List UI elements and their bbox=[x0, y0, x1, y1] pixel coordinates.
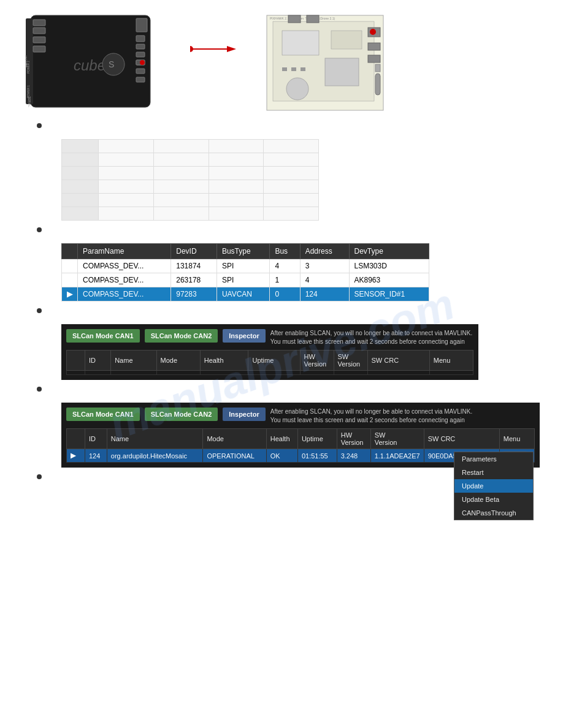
compass-table-row[interactable]: ▶ COMPASS_DEV... 97283 UAVCAN 0 124 SENS… bbox=[62, 287, 429, 301]
col-devtype: DevType bbox=[349, 244, 429, 259]
can-info-text-2: After enabling SLCAN, you will no longer… bbox=[270, 408, 535, 425]
menu-item-update-beta[interactable]: Update Beta bbox=[454, 493, 533, 506]
cell-devid: 263178 bbox=[171, 273, 217, 287]
inspector-button-2[interactable]: Inspector bbox=[223, 408, 266, 421]
table-cell bbox=[67, 371, 85, 375]
menu-item-parameters[interactable]: Parameters bbox=[454, 452, 533, 466]
col-mode: Mode bbox=[156, 351, 200, 371]
table-cell bbox=[264, 167, 319, 180]
svg-rect-16 bbox=[136, 77, 145, 82]
inspector-button[interactable]: Inspector bbox=[223, 329, 266, 343]
svg-marker-23 bbox=[227, 46, 236, 52]
col-name-2: Name bbox=[107, 429, 203, 449]
col-uptime: Uptime bbox=[248, 351, 300, 371]
table-cell bbox=[209, 140, 264, 153]
svg-rect-28 bbox=[331, 31, 362, 49]
col-blank-2 bbox=[67, 429, 85, 449]
svg-text:POWER 1: POWER 1 bbox=[27, 85, 30, 98]
cube-device-image: cube S SERIAL bbox=[25, 12, 166, 115]
cell-devtype: SENSOR_ID#1 bbox=[349, 287, 429, 301]
table-cell bbox=[153, 140, 209, 153]
slcan-mode-can1-button-2[interactable]: SLCan Mode CAN1 bbox=[66, 408, 140, 421]
svg-point-39 bbox=[370, 29, 376, 35]
col-health-2: Health bbox=[266, 429, 297, 449]
faint-table-container bbox=[61, 139, 319, 221]
cell-param: COMPASS_DEV... bbox=[78, 273, 171, 287]
table-row bbox=[62, 153, 319, 167]
col-menu: Menu bbox=[429, 351, 473, 371]
svg-rect-37 bbox=[325, 58, 359, 86]
table-cell bbox=[62, 194, 99, 207]
table-cell bbox=[209, 180, 264, 194]
svg-point-38 bbox=[286, 78, 308, 100]
svg-rect-42 bbox=[375, 64, 380, 72]
svg-rect-12 bbox=[136, 44, 145, 49]
col-name: Name bbox=[111, 351, 156, 371]
compass-table-row[interactable]: COMPASS_DEV... 131874 SPI 4 3 LSM303D bbox=[62, 259, 429, 273]
svg-rect-10 bbox=[136, 18, 147, 32]
table-cell bbox=[248, 371, 300, 375]
connection-arrow bbox=[190, 43, 239, 55]
slcan-mode-can2-button[interactable]: SLCan Mode CAN2 bbox=[145, 329, 218, 343]
col-sw-crc-2: SW CRC bbox=[424, 429, 499, 449]
svg-rect-9 bbox=[33, 46, 45, 52]
svg-rect-34 bbox=[282, 67, 287, 71]
cell-param: COMPASS_DEV... bbox=[78, 287, 171, 301]
svg-rect-7 bbox=[33, 28, 45, 34]
col-sw-crc: SW CRC bbox=[367, 351, 429, 371]
svg-text:MAIN OUT: MAIN OUT bbox=[25, 55, 28, 67]
svg-rect-27 bbox=[282, 31, 319, 55]
table-cell bbox=[62, 207, 99, 221]
can-info-text: After enabling SLCAN, you will no longer… bbox=[270, 329, 473, 346]
table-cell bbox=[209, 207, 264, 221]
bullet-dot bbox=[37, 227, 42, 232]
cell-devtype: LSM303D bbox=[349, 259, 429, 273]
table-cell bbox=[99, 140, 154, 153]
row-indicator bbox=[62, 259, 78, 273]
dropdown-menu: Parameters Restart Update Update Beta CA… bbox=[454, 452, 534, 520]
empty-table-section bbox=[25, 139, 538, 232]
table-cell bbox=[99, 167, 154, 180]
svg-text:cube: cube bbox=[74, 57, 105, 74]
col-mode-2: Mode bbox=[203, 429, 266, 449]
cell-sw-version: 1.1.1ADEA2E7 bbox=[370, 449, 424, 463]
col-menu-2: Menu bbox=[499, 429, 534, 449]
cell-id: 124 bbox=[85, 449, 107, 463]
table-cell bbox=[153, 153, 209, 167]
slcan-mode-can1-button[interactable]: SLCan Mode CAN1 bbox=[66, 329, 140, 343]
menu-item-update[interactable]: Update bbox=[454, 479, 533, 493]
col-hw-version: HWVersion bbox=[300, 351, 334, 371]
can-panel-2-header: SLCan Mode CAN1 SLCan Mode CAN2 Inspecto… bbox=[66, 408, 535, 425]
col-paramname: ParamName bbox=[78, 244, 171, 259]
col-bustype: BusType bbox=[216, 244, 270, 259]
compass-table-container: ParamName DevID BusType Bus Address DevT… bbox=[61, 243, 429, 301]
table-cell bbox=[99, 194, 154, 207]
hardware-section: cube S SERIAL bbox=[25, 12, 538, 128]
svg-rect-31 bbox=[368, 55, 380, 63]
table-cell bbox=[62, 153, 99, 167]
col-uptime-2: Uptime bbox=[297, 429, 337, 449]
svg-rect-11 bbox=[136, 36, 145, 42]
slcan-mode-can2-button-2[interactable]: SLCan Mode CAN2 bbox=[145, 408, 218, 421]
menu-item-canpassthrough[interactable]: CANPassThrough bbox=[454, 506, 533, 520]
col-id: ID bbox=[85, 351, 111, 371]
svg-text:S: S bbox=[109, 59, 114, 69]
menu-item-restart[interactable]: Restart bbox=[454, 466, 533, 479]
can-table-1: ID Name Mode Health Uptime HWVersion SWV… bbox=[66, 350, 473, 375]
svg-rect-30 bbox=[368, 43, 380, 50]
table-cell bbox=[334, 371, 367, 375]
cell-bustype: UAVCAN bbox=[216, 287, 270, 301]
svg-point-18 bbox=[140, 60, 145, 65]
svg-rect-41 bbox=[375, 74, 380, 95]
row-indicator: ▶ bbox=[62, 287, 78, 301]
can-table-2-header: ID Name Mode Health Uptime HWVersion SWV… bbox=[67, 429, 535, 449]
cell-health: OK bbox=[266, 449, 297, 463]
table-cell bbox=[99, 207, 154, 221]
compass-table: ParamName DevID BusType Bus Address DevT… bbox=[61, 243, 429, 301]
cell-address: 124 bbox=[300, 287, 349, 301]
bullet-2 bbox=[25, 226, 538, 232]
compass-table-row[interactable]: COMPASS_DEV... 263178 SPI 1 4 AK8963 bbox=[62, 273, 429, 287]
col-bus: Bus bbox=[270, 244, 300, 259]
row-indicator: ▶ bbox=[67, 449, 85, 463]
cell-address: 3 bbox=[300, 259, 349, 273]
